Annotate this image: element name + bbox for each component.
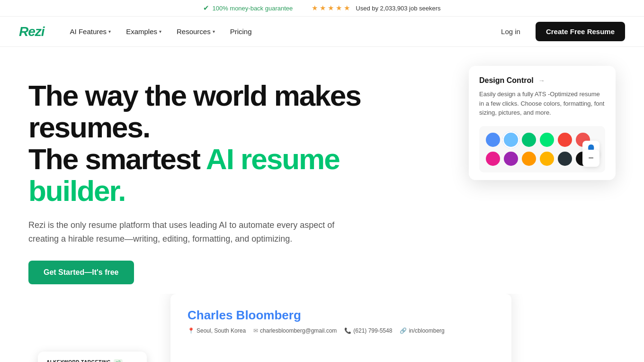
- minus-icon: −: [588, 153, 594, 163]
- resume-phone: 📞 (621) 799-5548: [344, 327, 392, 334]
- color-row-2: −: [486, 152, 599, 166]
- resume-linkedin: 🔗 in/cbloomberg: [400, 327, 444, 334]
- ai-keyword-badge: v2: [114, 359, 123, 362]
- hero-subtitle: Rezi is the only resume platform that us…: [28, 218, 350, 246]
- used-by-text: Used by 2,033,903 job seekers: [356, 5, 440, 12]
- dc-header: Design Control →: [479, 76, 605, 85]
- create-free-resume-button[interactable]: Create Free Resume: [536, 22, 625, 41]
- navbar: Rezi AI Features ▾ Examples ▾ Resources …: [0, 17, 644, 47]
- hero-title-line2-prefix: The smartest: [28, 143, 206, 175]
- color-darkgray[interactable]: [558, 152, 572, 166]
- color-pink[interactable]: [486, 152, 500, 166]
- nav-item-examples[interactable]: Examples ▾: [119, 24, 168, 39]
- ai-keyword-label: AI KEYWORD TARGETING: [46, 360, 111, 362]
- design-control-card: Design Control → Easily design a fully A…: [469, 66, 616, 180]
- dc-description: Easily design a fully ATS -Optimized res…: [479, 90, 605, 118]
- nav-item-ai-features[interactable]: AI Features ▾: [63, 24, 118, 39]
- star-5: ★: [344, 4, 350, 12]
- stars-group: ★ ★ ★ ★ ★: [312, 4, 350, 12]
- linkedin-icon: 🔗: [400, 327, 407, 334]
- dc-title: Design Control: [479, 76, 534, 85]
- email-icon: ✉: [253, 327, 258, 334]
- star-1: ★: [312, 4, 318, 12]
- dc-arrow-icon: →: [538, 77, 545, 84]
- star-3: ★: [328, 4, 334, 12]
- chevron-down-icon: ▾: [213, 29, 215, 34]
- hero-title-line1: The way the world makes resumes.: [28, 79, 361, 144]
- resume-email: ✉ charlesbloomberg@gmail.com: [253, 327, 337, 334]
- star-2: ★: [320, 4, 326, 12]
- color-green[interactable]: [522, 133, 536, 147]
- ai-keyword-header: AI KEYWORD TARGETING v2: [46, 359, 138, 362]
- color-orange[interactable]: [522, 152, 536, 166]
- resume-name: Charles Bloomberg: [188, 308, 494, 323]
- nav-item-pricing[interactable]: Pricing: [224, 24, 259, 39]
- resume-contact: 📍 Seoul, South Korea ✉ charlesbloomberg@…: [188, 327, 494, 334]
- hero-text: The way the world makes resumes. The sma…: [28, 80, 436, 284]
- nav-actions: Log in Create Free Resume: [493, 22, 625, 41]
- color-purple[interactable]: [504, 152, 518, 166]
- login-button[interactable]: Log in: [493, 24, 528, 39]
- shield-icon: ✔: [203, 4, 209, 12]
- top-banner: ✔ 100% money-back guarantee ★ ★ ★ ★ ★ Us…: [0, 0, 644, 17]
- chevron-down-icon: ▾: [159, 29, 161, 34]
- hero-title: The way the world makes resumes. The sma…: [28, 80, 436, 207]
- phone-icon: 📞: [344, 327, 351, 334]
- location-icon: 📍: [188, 327, 195, 334]
- nav-links: AI Features ▾ Examples ▾ Resources ▾ Pri…: [63, 24, 493, 39]
- get-started-button[interactable]: Get Started—It's free: [28, 261, 134, 284]
- color-red[interactable]: [558, 133, 572, 147]
- guarantee-badge: ✔ 100% money-back guarantee: [203, 4, 293, 12]
- ai-keyword-card: AI KEYWORD TARGETING v2 Great work! You'…: [38, 352, 147, 362]
- logo[interactable]: Rezi: [19, 24, 45, 39]
- guarantee-text: 100% money-back guarantee: [212, 5, 293, 12]
- color-amber[interactable]: [540, 152, 554, 166]
- minus-button[interactable]: −: [582, 150, 599, 167]
- nav-item-resources[interactable]: Resources ▾: [170, 24, 222, 39]
- chevron-down-icon: ▾: [108, 29, 111, 34]
- color-lightblue[interactable]: [504, 133, 518, 147]
- color-lightgreen[interactable]: [540, 133, 554, 147]
- color-blue[interactable]: [486, 133, 500, 147]
- color-row-1: 👤: [486, 133, 599, 147]
- resume-location: 📍 Seoul, South Korea: [188, 327, 246, 334]
- dc-colors: 👤 −: [479, 126, 605, 172]
- resume-preview: Charles Bloomberg 📍 Seoul, South Korea ✉…: [170, 294, 511, 362]
- hero-section: The way the world makes resumes. The sma…: [0, 47, 644, 362]
- star-4: ★: [336, 4, 342, 12]
- hero-bottom: AI KEYWORD TARGETING v2 Great work! You'…: [28, 294, 616, 362]
